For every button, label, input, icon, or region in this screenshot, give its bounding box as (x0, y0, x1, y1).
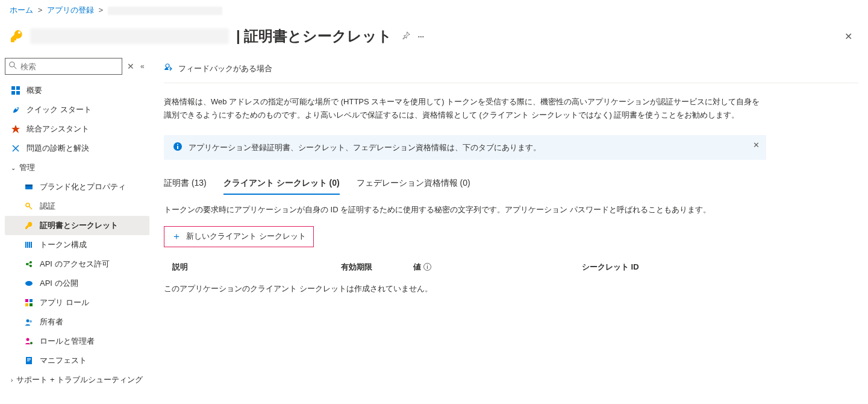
chevron-right-icon: › (11, 377, 13, 383)
search-icon (9, 62, 17, 71)
sidebar-item-label: アプリ ロール (40, 297, 89, 308)
svg-rect-12 (29, 242, 30, 248)
svg-rect-29 (27, 361, 30, 361)
api-perm-icon (24, 259, 34, 269)
svg-rect-11 (27, 242, 28, 248)
svg-line-1 (14, 66, 16, 69)
svg-point-24 (27, 338, 30, 341)
svg-rect-27 (27, 358, 31, 359)
tabs: 証明書 (13) クライアント シークレット (0) フェデレーション資格情報 … (164, 173, 858, 195)
sidebar-group-support[interactable]: › サポート + トラブルシューティング (5, 370, 149, 390)
tab-description: トークンの要求時にアプリケーションが自身の ID を証明するために使用する秘密の… (164, 204, 858, 216)
button-label: 新しいクライアント シークレット (186, 231, 306, 242)
auth-icon (24, 201, 34, 211)
new-client-secret-button[interactable]: ＋ 新しいクライアント シークレット (164, 226, 314, 247)
svg-rect-5 (16, 91, 20, 95)
svg-rect-18 (25, 299, 28, 302)
sidebar-item-auth[interactable]: 認証 (5, 197, 149, 216)
tab-client-secrets[interactable]: クライアント シークレット (0) (223, 173, 340, 195)
feedback-icon (164, 63, 173, 74)
svg-point-17 (25, 281, 33, 286)
search-clear-icon[interactable]: ✕ (127, 62, 134, 71)
sidebar-item-api-expose[interactable]: API の公開 (5, 274, 149, 293)
owners-icon (24, 317, 34, 327)
page-header: | 証明書とシークレット ··· ✕ (0, 21, 868, 58)
svg-rect-20 (25, 303, 28, 306)
overview-icon (11, 86, 20, 95)
column-secret-id: シークレット ID (582, 262, 850, 273)
svg-rect-3 (16, 86, 20, 90)
svg-point-33 (177, 144, 178, 145)
page-title: | 証明書とシークレット (236, 27, 392, 46)
tab-federated[interactable]: フェデレーション資格情報 (0) (357, 173, 470, 195)
sidebar-item-token[interactable]: トークン構成 (5, 235, 149, 254)
sidebar-item-quickstart[interactable]: クイック スタート (5, 100, 149, 119)
sidebar-group-label: 管理 (19, 162, 35, 173)
pin-icon[interactable] (402, 31, 410, 42)
search-input-wrap[interactable] (5, 58, 122, 75)
svg-rect-32 (177, 146, 178, 149)
feedback-bar: フィードバックがある場合 (164, 58, 858, 83)
search-input[interactable] (20, 62, 118, 71)
tab-certificates[interactable]: 証明書 (13) (164, 173, 207, 195)
sidebar-group-manage[interactable]: ⌄ 管理 (5, 158, 149, 177)
manifest-icon (24, 356, 34, 365)
breadcrumb-apps[interactable]: アプリの登録 (47, 5, 94, 14)
sidebar-item-branding[interactable]: ブランド化とプロパティ (5, 177, 149, 197)
column-value: 値 i (413, 262, 582, 273)
sidebar-item-overview[interactable]: 概要 (5, 81, 149, 100)
info-help-icon[interactable]: i (423, 263, 431, 271)
column-expires: 有効期限 (341, 262, 413, 273)
sidebar-item-roles-admins[interactable]: ロールと管理者 (5, 332, 149, 351)
more-icon[interactable]: ··· (417, 32, 424, 41)
sidebar-item-label: 証明書とシークレット (40, 220, 118, 231)
empty-state-text: このアプリケーションのクライアント シークレットは作成されていません。 (164, 277, 858, 300)
sidebar: ✕ « 概要 クイック スタート 統合アシスタント 問題の診断と解決 ⌄ 管理 … (0, 58, 154, 390)
svg-rect-4 (11, 91, 15, 95)
svg-point-0 (10, 62, 14, 67)
feedback-link[interactable]: フィードバックがある場合 (178, 63, 272, 74)
sidebar-collapse-icon[interactable]: « (140, 62, 145, 71)
sidebar-item-manifest[interactable]: マニフェスト (5, 351, 149, 370)
sidebar-item-integration[interactable]: 統合アシスタント (5, 119, 149, 139)
sidebar-item-label: ブランド化とプロパティ (40, 181, 126, 192)
chevron-down-icon: ⌄ (11, 165, 16, 171)
sidebar-item-owners[interactable]: 所有者 (5, 312, 149, 332)
key-icon (10, 29, 24, 43)
sidebar-item-label: API の公開 (40, 278, 78, 289)
sidebar-item-label: 問題の診断と解決 (27, 143, 89, 154)
sidebar-item-label: 統合アシスタント (27, 124, 89, 134)
svg-rect-8 (25, 185, 33, 186)
close-icon[interactable]: ✕ (845, 31, 852, 42)
sidebar-item-label: マニフェスト (40, 355, 87, 366)
svg-point-25 (30, 342, 33, 344)
app-roles-icon (24, 298, 34, 308)
table-header: 説明 有効期限 値 i シークレット ID (164, 257, 858, 277)
breadcrumb-app-redacted (108, 7, 222, 15)
sidebar-item-label: 所有者 (40, 317, 63, 327)
sidebar-item-label: ロールと管理者 (40, 336, 95, 347)
svg-point-22 (27, 320, 30, 323)
main-content: フィードバックがある場合 資格情報は、Web アドレスの指定が可能な場所で (H… (154, 58, 868, 390)
info-icon (173, 142, 183, 153)
breadcrumb-home[interactable]: ホーム (10, 5, 33, 14)
svg-rect-2 (11, 86, 15, 90)
description-text: 資格情報は、Web アドレスの指定が可能な場所で (HTTPS スキーマを使用し… (164, 83, 766, 135)
quickstart-icon (11, 105, 20, 115)
sidebar-item-certs-secrets[interactable]: 証明書とシークレット (5, 216, 149, 235)
svg-rect-21 (30, 303, 33, 306)
branding-icon (24, 182, 34, 192)
breadcrumb-separator: > (98, 5, 103, 14)
sidebar-item-label: API のアクセス許可 (40, 259, 110, 270)
sidebar-item-label: クイック スタート (27, 104, 92, 115)
sidebar-item-diagnose[interactable]: 問題の診断と解決 (5, 139, 149, 158)
sidebar-item-label: 認証 (40, 201, 55, 212)
svg-rect-10 (25, 242, 27, 248)
breadcrumb: ホーム > アプリの登録 > (0, 0, 868, 21)
svg-rect-19 (30, 299, 33, 302)
svg-rect-13 (31, 242, 32, 248)
info-banner: アプリケーション登録証明書、シークレット、フェデレーション資格情報は、下のタブに… (164, 135, 766, 160)
sidebar-item-app-roles[interactable]: アプリ ロール (5, 293, 149, 312)
sidebar-item-api-perm[interactable]: API のアクセス許可 (5, 254, 149, 274)
info-close-icon[interactable]: ✕ (753, 140, 760, 150)
